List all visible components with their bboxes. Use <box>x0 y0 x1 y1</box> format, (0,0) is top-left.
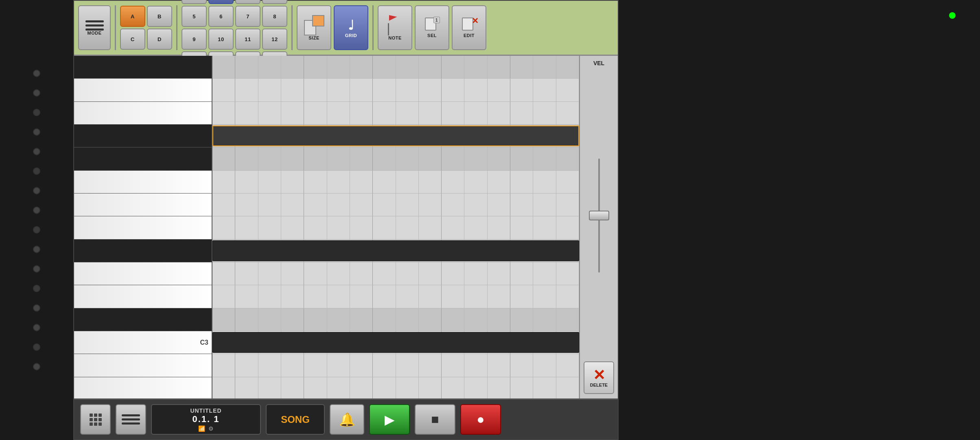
grid-cell[interactable] <box>396 308 419 331</box>
grid-cell[interactable] <box>281 56 304 78</box>
record-button[interactable]: ● <box>460 404 501 435</box>
grid-row-9[interactable] <box>212 262 579 285</box>
piano-key-white[interactable] <box>74 102 212 125</box>
grid-cell[interactable] <box>510 308 533 331</box>
grid-cell[interactable] <box>556 216 579 239</box>
grid-cell[interactable] <box>442 377 464 400</box>
grid-cell[interactable] <box>212 79 235 101</box>
grid-cell[interactable] <box>464 262 487 285</box>
grid-cell[interactable] <box>304 308 327 331</box>
grid-cell[interactable] <box>488 79 510 101</box>
piano-key-white[interactable] <box>74 194 212 216</box>
grid-cell[interactable] <box>350 102 373 124</box>
grid-cell[interactable] <box>419 377 442 400</box>
grid-cell[interactable] <box>373 79 396 101</box>
stop-button[interactable]: ■ <box>415 404 455 435</box>
grid-cell[interactable] <box>327 216 350 239</box>
note-bar-row8[interactable] <box>212 240 579 261</box>
grid-cell[interactable] <box>281 262 304 285</box>
grid-cell[interactable] <box>510 354 533 376</box>
button-3[interactable]: 3 <box>235 0 260 4</box>
grid-cell[interactable] <box>304 102 327 124</box>
grid-cell[interactable] <box>488 194 510 216</box>
grid-cell[interactable] <box>212 377 235 400</box>
grid-row-note-8[interactable] <box>212 240 579 262</box>
grid-cell[interactable] <box>373 285 396 308</box>
play-button[interactable]: ▶ <box>369 404 410 435</box>
grid-cell[interactable] <box>327 79 350 101</box>
grid-cell[interactable] <box>235 308 258 331</box>
grid-cell[interactable] <box>212 262 235 285</box>
grid-cell[interactable] <box>396 194 419 216</box>
grid-cell[interactable] <box>212 194 235 216</box>
grid-cell[interactable] <box>488 216 510 239</box>
grid-row-10[interactable] <box>212 285 579 308</box>
piano-key-c3[interactable]: C3 <box>74 331 212 354</box>
grid-row-5[interactable] <box>212 171 579 194</box>
grid-cell[interactable] <box>350 262 373 285</box>
piano-key-black-selected[interactable] <box>74 125 212 147</box>
grid-cell[interactable] <box>396 147 419 170</box>
piano-key-white[interactable] <box>74 354 212 377</box>
grid-cell[interactable] <box>235 56 258 78</box>
grid-cell[interactable] <box>350 147 373 170</box>
grid-row-2[interactable] <box>212 102 579 125</box>
grid-cell[interactable] <box>281 354 304 376</box>
grid-cell[interactable] <box>373 194 396 216</box>
button-1[interactable]: 1 <box>182 0 207 4</box>
button-4[interactable]: 4 <box>262 0 287 4</box>
grid-cell[interactable] <box>556 354 579 376</box>
grid-cell[interactable] <box>350 216 373 239</box>
grid-cell[interactable] <box>533 79 556 101</box>
grid-cell[interactable] <box>488 171 510 193</box>
grid-cell[interactable] <box>510 194 533 216</box>
grid-row-selected-note[interactable] <box>212 125 579 147</box>
grid-cell[interactable] <box>235 285 258 308</box>
grid-cell[interactable] <box>304 147 327 170</box>
grid-cell[interactable] <box>464 102 487 124</box>
grid-cell[interactable] <box>510 79 533 101</box>
grid-cell[interactable] <box>373 171 396 193</box>
grid-cell[interactable] <box>442 216 464 239</box>
grid-cell[interactable] <box>281 377 304 400</box>
grid-cell[interactable] <box>350 377 373 400</box>
grid-cell[interactable] <box>258 285 281 308</box>
grid-cell[interactable] <box>373 102 396 124</box>
button-5[interactable]: 5 <box>182 6 207 27</box>
piano-key-white[interactable] <box>74 79 212 101</box>
grid-button[interactable]: ♩ Grid <box>334 5 368 50</box>
grid-cell[interactable] <box>281 79 304 101</box>
piano-key-white[interactable] <box>74 171 212 194</box>
grid-cell[interactable] <box>373 147 396 170</box>
grid-cell[interactable] <box>464 377 487 400</box>
grid-cell[interactable] <box>419 171 442 193</box>
grid-cell[interactable] <box>235 171 258 193</box>
velocity-slider-track[interactable] <box>598 158 600 273</box>
grid-cell[interactable] <box>281 308 304 331</box>
grid-cell[interactable] <box>258 216 281 239</box>
note-button[interactable]: Note <box>378 5 412 50</box>
grid-cell[interactable] <box>396 56 419 78</box>
grid-cell[interactable] <box>373 262 396 285</box>
grid-cell[interactable] <box>212 285 235 308</box>
grid-cell[interactable] <box>304 56 327 78</box>
grid-cell[interactable] <box>419 216 442 239</box>
grid-cell[interactable] <box>304 377 327 400</box>
grid-cell[interactable] <box>419 354 442 376</box>
grid-cell[interactable] <box>212 147 235 170</box>
grid-cell[interactable] <box>488 102 510 124</box>
grid-cell[interactable] <box>304 216 327 239</box>
grid-cell[interactable] <box>464 56 487 78</box>
grid-cell[interactable] <box>396 171 419 193</box>
grid-cell[interactable] <box>442 56 464 78</box>
grid-cell[interactable] <box>373 216 396 239</box>
piano-key-black[interactable] <box>74 240 212 262</box>
grid-cell[interactable] <box>464 171 487 193</box>
grid-row-1[interactable] <box>212 79 579 101</box>
grid-row-11[interactable] <box>212 308 579 331</box>
grid-cell[interactable] <box>442 79 464 101</box>
grid-cell[interactable] <box>533 171 556 193</box>
button-7[interactable]: 7 <box>235 6 260 27</box>
grid-cell[interactable] <box>510 56 533 78</box>
sel-button[interactable]: 1 Sel <box>415 5 449 50</box>
